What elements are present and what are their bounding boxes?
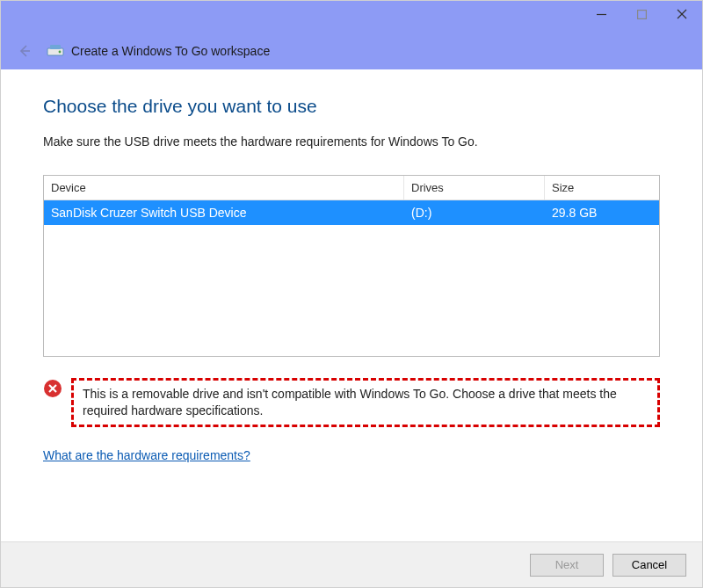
wizard-footer: Next Cancel [1, 541, 702, 587]
titlebar: Create a Windows To Go workspace [1, 1, 702, 69]
drive-row[interactable]: SanDisk Cruzer Switch USB Device (D:) 29… [44, 200, 659, 225]
maximize-button[interactable] [621, 1, 662, 27]
warning-text: This is a removable drive and isn't comp… [71, 378, 660, 427]
column-header-device[interactable]: Device [44, 176, 404, 200]
window-title: Create a Windows To Go workspace [71, 44, 270, 58]
back-arrow-icon [15, 41, 34, 61]
svg-point-6 [59, 51, 62, 54]
next-button: Next [530, 554, 604, 577]
hardware-requirements-link[interactable]: What are the hardware requirements? [43, 448, 250, 462]
drive-list-header: Device Drives Size [44, 176, 659, 200]
page-heading: Choose the drive you want to use [43, 96, 660, 117]
warning-block: This is a removable drive and isn't comp… [43, 378, 660, 427]
cancel-button[interactable]: Cancel [612, 554, 686, 577]
minimize-button[interactable] [581, 1, 621, 27]
cell-size: 29.8 GB [545, 200, 659, 225]
cell-drives: (D:) [404, 200, 545, 225]
drive-list[interactable]: Device Drives Size SanDisk Cruzer Switch… [43, 175, 660, 357]
wizard-content: Choose the drive you want to use Make su… [1, 69, 702, 463]
column-header-size[interactable]: Size [545, 176, 659, 200]
window-controls [581, 1, 702, 27]
error-icon [43, 378, 62, 397]
svg-rect-1 [637, 10, 646, 18]
cell-device: SanDisk Cruzer Switch USB Device [44, 200, 404, 225]
page-subheading: Make sure the USB drive meets the hardwa… [43, 134, 660, 149]
svg-rect-7 [50, 45, 61, 49]
close-button[interactable] [662, 1, 702, 27]
app-drive-icon [47, 42, 64, 60]
column-header-drives[interactable]: Drives [404, 176, 545, 200]
